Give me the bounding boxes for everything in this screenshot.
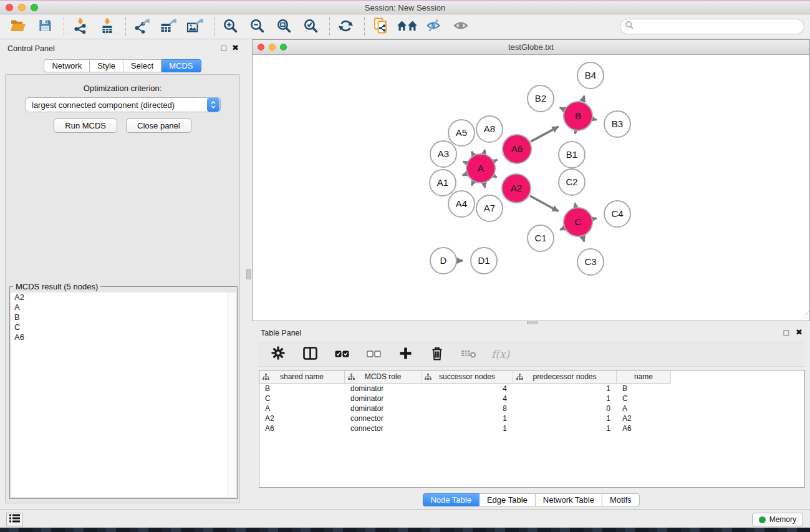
column-header-predecessor-nodes[interactable]: predecessor nodes [513, 370, 617, 384]
save-session-button[interactable] [36, 17, 54, 36]
refresh-button[interactable] [336, 17, 355, 36]
vertical-splitter-handle[interactable] [246, 269, 251, 279]
table-cell[interactable]: 1 [513, 414, 617, 423]
table-row[interactable]: A2connector11A2 [259, 414, 804, 423]
delete-table-button[interactable] [460, 345, 478, 364]
graph-edge-A-A7[interactable] [484, 183, 485, 187]
graph-edge-A-A1[interactable] [463, 174, 466, 175]
scrollbar-track[interactable] [228, 293, 236, 497]
table-cell[interactable]: B [617, 384, 671, 394]
tab-style[interactable]: Style [90, 59, 123, 72]
graph-node-C3[interactable] [577, 249, 604, 275]
graph-node-D[interactable] [430, 248, 456, 274]
graph-edge-A-A2[interactable] [494, 176, 497, 177]
graph-node-D1[interactable] [471, 248, 497, 274]
graph-node-B2[interactable] [528, 85, 554, 112]
graph-edge-C-C2[interactable] [575, 203, 576, 207]
close-panel-icon[interactable]: ✖ [796, 327, 803, 337]
search-input[interactable] [620, 19, 804, 34]
table-cell[interactable]: A6 [617, 423, 671, 433]
graph-edge-A-A3[interactable] [463, 162, 466, 163]
mcds-result-item[interactable]: A [11, 302, 236, 312]
table-settings-button[interactable] [269, 345, 287, 364]
memory-button[interactable]: Memory [752, 513, 803, 526]
table-cell[interactable]: dominator [345, 384, 422, 394]
table-cell[interactable]: C [259, 394, 345, 404]
window-resize-grip[interactable] [801, 309, 809, 320]
import-table-button[interactable] [97, 17, 116, 36]
column-header-shared-name[interactable]: shared name [259, 370, 345, 384]
table-cell[interactable]: 1 [422, 414, 513, 423]
zoom-fit-button[interactable] [274, 17, 293, 36]
show-column-panel-button[interactable] [301, 345, 319, 364]
close-panel-button[interactable]: Close panel [126, 118, 191, 133]
table-row[interactable]: Adominator80A [259, 404, 804, 414]
network-window-titlebar[interactable]: testGlobe.txt [253, 40, 809, 55]
delete-column-button[interactable] [428, 345, 446, 364]
export-image-button[interactable] [186, 17, 205, 36]
graph-node-A[interactable] [466, 154, 495, 183]
table-cell[interactable]: 1 [422, 423, 513, 433]
tab-edge-table[interactable]: Edge Table [480, 493, 536, 506]
export-table-button[interactable] [159, 17, 178, 36]
graph-node-B1[interactable] [559, 142, 585, 168]
tab-mcds[interactable]: MCDS [162, 59, 201, 72]
optimization-criterion-select[interactable]: largest connected component (directed) [26, 97, 221, 112]
graph-node-B4[interactable] [577, 62, 604, 89]
table-cell[interactable]: dominator [345, 404, 422, 414]
deselect-all-columns-button[interactable] [364, 345, 383, 364]
import-network-button[interactable] [70, 17, 89, 36]
clone-network-button[interactable] [371, 17, 390, 36]
function-builder-button[interactable]: f(x) [491, 348, 509, 360]
table-cell[interactable]: 0 [513, 404, 617, 414]
graph-node-C4[interactable] [604, 201, 630, 227]
network-canvas[interactable]: B4B2BB3A8A5A6A3B1AC2A1A2A4A7C4CC1DD1C3 [253, 56, 809, 321]
create-column-button[interactable] [396, 345, 415, 364]
zoom-out-button[interactable] [248, 17, 266, 36]
mcds-result-item[interactable]: B [11, 312, 236, 322]
graph-edge-A-A8[interactable] [484, 150, 485, 153]
graph-edge-B-B4[interactable] [582, 95, 584, 101]
table-cell[interactable]: A [259, 404, 345, 414]
home-button[interactable] [398, 17, 417, 36]
graph-node-A3[interactable] [430, 141, 456, 167]
zoom-selected-button[interactable] [301, 17, 320, 36]
graph-edge-B-B2[interactable] [560, 107, 564, 109]
show-panels-button[interactable] [451, 17, 470, 36]
table-cell[interactable]: 1 [513, 394, 617, 404]
graph-node-A8[interactable] [476, 116, 503, 142]
table-cell[interactable]: A [617, 404, 671, 414]
graph-edge-B-B3[interactable] [593, 119, 596, 120]
table-cell[interactable]: 1 [513, 423, 617, 433]
table-cell[interactable]: 1 [513, 384, 617, 394]
table-cell[interactable]: A2 [617, 414, 671, 423]
float-panel-icon[interactable]: □ [784, 327, 789, 337]
tab-network[interactable]: Network [44, 59, 90, 72]
graph-node-C[interactable] [564, 208, 592, 236]
table-cell[interactable]: C [617, 394, 671, 404]
table-cell[interactable]: connector [345, 414, 422, 423]
table-cell[interactable]: A2 [259, 414, 345, 423]
graph-node-A4[interactable] [448, 191, 475, 217]
graph-edge-A-A6[interactable] [494, 160, 497, 161]
show-task-history-button[interactable] [6, 513, 23, 526]
graph-node-A7[interactable] [476, 195, 503, 221]
hide-panels-button[interactable] [425, 17, 443, 36]
graph-node-B[interactable] [564, 102, 592, 130]
run-mcds-button[interactable]: Run MCDS [54, 118, 117, 133]
graph-node-C1[interactable] [528, 225, 554, 251]
mcds-result-item[interactable]: A2 [11, 293, 236, 302]
table-row[interactable]: Cdominator41C [259, 394, 804, 404]
select-all-columns-button[interactable] [332, 345, 351, 364]
close-panel-icon[interactable]: ✖ [232, 43, 239, 52]
graph-node-B3[interactable] [604, 111, 630, 137]
table-cell[interactable]: B [259, 384, 345, 394]
tab-select[interactable]: Select [123, 59, 162, 72]
table-cell[interactable]: A6 [259, 423, 345, 433]
graph-edge-A2-C[interactable] [530, 196, 558, 211]
graph-edge-A-A4[interactable] [471, 182, 473, 185]
graph-node-A1[interactable] [430, 170, 456, 196]
mcds-result-item[interactable]: A6 [11, 332, 236, 342]
graph-edge-B-B1[interactable] [575, 132, 576, 134]
graph-edge-C-C1[interactable] [560, 228, 564, 230]
